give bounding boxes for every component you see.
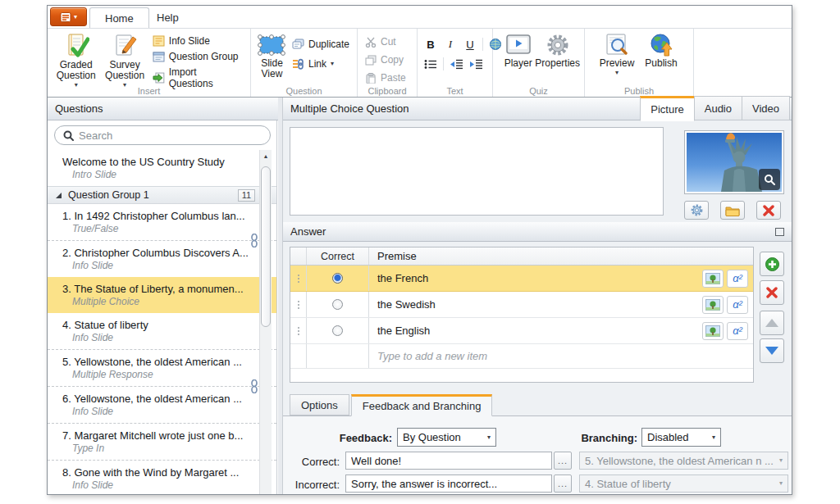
picture-browse-button[interactable] — [720, 201, 745, 220]
tab-picture[interactable]: Picture — [640, 96, 694, 121]
publish-button[interactable]: Publish — [639, 31, 683, 69]
correct-feedback-field[interactable] — [345, 452, 552, 470]
italic-button[interactable]: I — [441, 36, 459, 52]
correct-radio[interactable] — [332, 325, 343, 336]
list-item-q8[interactable]: 8. Gone with the Wind by Margaret ... In… — [48, 460, 276, 494]
info-slide-button[interactable]: Info Slide — [149, 34, 246, 48]
application-menu-button[interactable]: ▾ — [50, 7, 87, 26]
incorrect-feedback-input[interactable] — [346, 478, 551, 490]
row-image-button[interactable] — [702, 322, 724, 340]
row-equation-button[interactable]: α² — [727, 270, 748, 288]
preview-button[interactable]: Preview ▾ — [595, 31, 639, 76]
tab-home[interactable]: Home — [89, 7, 149, 28]
list-item-q1[interactable]: 1. In 1492 Christopher Columbus lan... T… — [48, 204, 276, 240]
delete-answer-button[interactable] — [760, 280, 784, 305]
duplicate-button[interactable]: Duplicate — [289, 38, 353, 51]
copy-button[interactable]: Copy — [362, 53, 409, 66]
player-button[interactable]: Player — [501, 31, 535, 69]
group-count-badge: 11 — [238, 189, 255, 202]
search-icon — [63, 130, 74, 141]
correct-feedback-more-button[interactable]: ... — [554, 452, 572, 470]
add-answer-row[interactable]: Type to add a new item — [290, 344, 753, 369]
tab-video[interactable]: Video — [742, 96, 790, 120]
answer-row-2[interactable]: the Swedish α² — [290, 292, 753, 318]
incorrect-label: Incorrect: — [285, 479, 340, 491]
row-equation-button[interactable]: α² — [727, 296, 748, 314]
list-item-q5[interactable]: 5. Yellowstone, the oldest American ... … — [48, 349, 276, 386]
row-drag-handle[interactable] — [298, 301, 299, 309]
answer-row-3[interactable]: the English α² — [290, 318, 753, 344]
paste-button[interactable]: Paste — [362, 71, 409, 84]
row-image-button[interactable] — [702, 296, 724, 314]
branch-incorrect-dropdown-disabled[interactable]: 4. Statue of liberty▾ — [579, 474, 788, 493]
increase-indent-button[interactable] — [467, 56, 485, 72]
tab-audio[interactable]: Audio — [694, 96, 742, 120]
underline-button[interactable]: U — [461, 36, 479, 52]
answer-row-1[interactable]: the French α² — [290, 266, 753, 292]
link-button[interactable]: Link ▾ — [289, 57, 353, 70]
picture-zoom-button[interactable] — [759, 169, 780, 190]
scrollbar-thumb[interactable] — [261, 166, 271, 327]
tab-feedback-and-branching[interactable]: Feedback and Branching — [351, 394, 493, 416]
move-down-button[interactable] — [760, 338, 784, 363]
publish-globe-icon — [648, 33, 674, 57]
delete-x-icon — [763, 205, 774, 216]
list-item-q4[interactable]: 4. Statue of liberty Info Slide — [48, 313, 276, 349]
column-correct: Correct — [307, 247, 369, 265]
row-drag-handle[interactable] — [298, 275, 299, 283]
correct-label: Correct: — [285, 456, 340, 468]
question-group-button[interactable]: Question Group — [149, 50, 246, 63]
bullet-list-button[interactable] — [422, 56, 440, 72]
list-item-q6[interactable]: 6. Yellowstone, the oldest American ... … — [48, 386, 276, 423]
search-input[interactable] — [79, 129, 262, 142]
expand-answer-icon[interactable] — [775, 228, 784, 236]
list-item-intro[interactable]: Welcome to the US Country Study Intro Sl… — [48, 150, 276, 186]
question-picture[interactable] — [684, 130, 784, 194]
bold-button[interactable]: B — [422, 36, 440, 52]
bullet-list-icon — [424, 59, 437, 70]
row-drag-handle[interactable] — [298, 327, 299, 335]
correct-feedback-input[interactable] — [346, 455, 551, 467]
question-list: Welcome to the US Country Study Intro Sl… — [48, 150, 276, 494]
survey-question-button[interactable]: Survey Question ▾ — [100, 31, 148, 89]
tab-help[interactable]: Help — [142, 7, 194, 28]
ribbon-group-text: B I U — [418, 29, 493, 97]
questions-panel-title: Questions — [55, 102, 103, 115]
row-equation-button[interactable]: α² — [727, 322, 748, 340]
question-type-title: Multiple Choice Question — [290, 102, 409, 115]
branch-correct-dropdown-disabled[interactable]: 5. Yellowstone, the oldest American n ..… — [579, 452, 788, 470]
branching-mode-dropdown[interactable]: Disabled▾ — [641, 428, 721, 447]
tab-options[interactable]: Options — [290, 394, 349, 415]
down-arrow-icon — [765, 347, 778, 355]
decrease-indent-button[interactable] — [447, 56, 465, 72]
ribbon-tab-row: ▾ Home Help — [48, 6, 792, 28]
question-list-scrollbar[interactable]: ▲ — [259, 150, 272, 494]
feedback-mode-dropdown[interactable]: By Question▾ — [397, 428, 496, 447]
properties-button[interactable]: Properties — [535, 31, 580, 69]
graded-question-button[interactable]: Graded Question ▾ — [52, 31, 100, 89]
picture-delete-button[interactable] — [756, 201, 781, 220]
scrollbar-up-arrow[interactable]: ▲ — [260, 150, 272, 162]
question-group-header[interactable]: Question Group 1 11 — [48, 186, 276, 204]
column-premise: Premise — [369, 247, 753, 265]
row-image-button[interactable] — [702, 270, 724, 288]
correct-radio[interactable] — [332, 299, 343, 310]
correct-radio-selected[interactable] — [332, 273, 343, 284]
list-item-q2[interactable]: 2. Christopher Columbus Discovers A... I… — [48, 240, 276, 277]
desktop: ▾ Home Help Graded Question ▾ — [0, 0, 840, 504]
list-item-q7[interactable]: 7. Margaret Mitchell wrote just one b...… — [48, 423, 276, 460]
search-box[interactable] — [54, 125, 271, 145]
question-text-area[interactable] — [290, 127, 664, 216]
link-icon — [292, 58, 304, 70]
up-arrow-icon — [765, 319, 778, 327]
slide-view-button[interactable]: Slide View — [255, 31, 289, 79]
caret-down-icon: ▾ — [74, 14, 77, 20]
add-answer-button[interactable] — [760, 252, 784, 276]
incorrect-feedback-field[interactable] — [345, 474, 552, 493]
incorrect-feedback-more-button[interactable]: ... — [554, 474, 572, 493]
info-slide-icon — [153, 35, 165, 47]
picture-settings-button[interactable] — [684, 201, 709, 220]
move-up-button-disabled[interactable] — [760, 311, 784, 335]
cut-button[interactable]: Cut — [362, 35, 409, 48]
list-item-q3-selected[interactable]: 3. The Statue of Liberty, a monumen... M… — [48, 277, 276, 313]
